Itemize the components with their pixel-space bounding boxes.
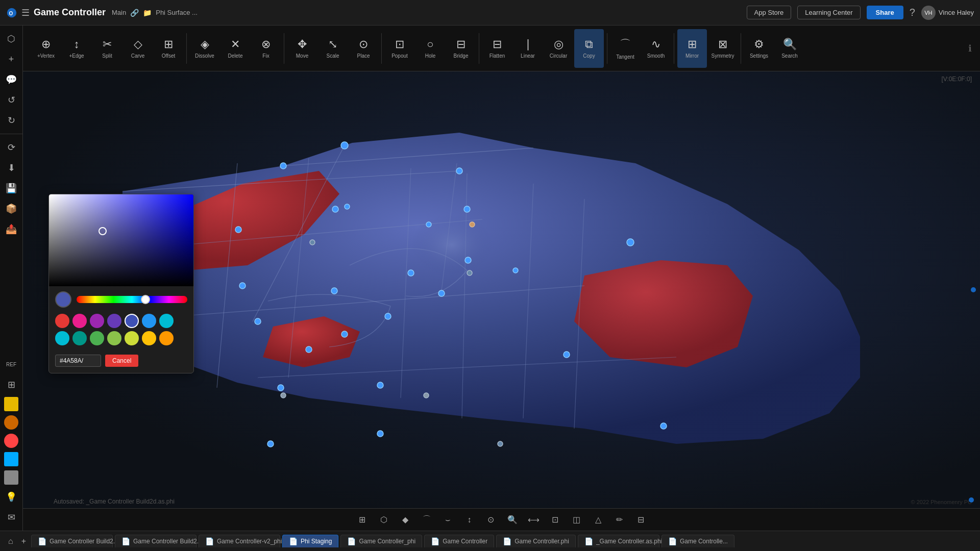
bottom-tool-pan[interactable]: ⟷ xyxy=(524,511,544,529)
sidebar-add-button[interactable]: + xyxy=(2,50,20,68)
tool-scale[interactable]: ⤡ Scale xyxy=(318,29,348,68)
bottom-tool-zoom[interactable]: 🔍 xyxy=(503,511,522,529)
tool-bridge[interactable]: ⊟ Bridge xyxy=(446,29,476,68)
sidebar-color-gray[interactable] xyxy=(4,470,18,485)
main-canvas[interactable]: [V:0E:0F:0] Autosaved: _Game Controller … xyxy=(23,71,980,531)
swatch-green[interactable] xyxy=(90,331,104,345)
swatch-purple[interactable] xyxy=(90,314,104,328)
cancel-color-button[interactable]: Cancel xyxy=(105,355,138,367)
tool-split[interactable]: ✂ Split xyxy=(92,29,122,68)
swatch-deep-purple[interactable] xyxy=(107,314,121,328)
tool-flatten[interactable]: ⊟ Flatten xyxy=(482,29,512,68)
bottom-tool-center[interactable]: ⊙ xyxy=(481,511,501,529)
swatch-orange[interactable] xyxy=(159,331,174,345)
tool-copy[interactable]: ⧉ Copy xyxy=(574,29,604,68)
bottom-tool-edit[interactable]: ✏ xyxy=(610,511,629,529)
tool-smooth[interactable]: ∿ Smooth xyxy=(641,29,671,68)
hue-thumb[interactable] xyxy=(141,295,150,304)
swatch-cyan[interactable] xyxy=(159,314,174,328)
hex-input[interactable]: #4A58A/ xyxy=(55,355,101,367)
status-add-tab-button[interactable]: + xyxy=(18,535,29,548)
sidebar-grid-button[interactable]: ⊞ xyxy=(2,375,20,394)
link-icon[interactable]: 🔗 xyxy=(130,9,139,17)
tool-tangent[interactable]: ⌒ Tangent xyxy=(610,29,640,68)
tool-move[interactable]: ✥ Move xyxy=(287,29,317,68)
swatch-blue[interactable] xyxy=(142,314,156,328)
swatch-teal[interactable] xyxy=(72,331,87,345)
tool-circular[interactable]: ◎ Circular xyxy=(544,29,573,68)
sidebar-color-red[interactable] xyxy=(4,434,18,448)
tool-carve[interactable]: ◇ Carve xyxy=(123,29,153,68)
bottom-tool-tangent[interactable]: ⌒ xyxy=(417,511,436,529)
swatch-light-green[interactable] xyxy=(107,331,121,345)
tool-symmetry[interactable]: ⊠ Symmetry xyxy=(708,29,738,68)
tab-phi-staging[interactable]: 📄 Phi Staging xyxy=(282,535,338,547)
swatch-red[interactable] xyxy=(55,314,69,328)
help-button[interactable]: ? xyxy=(910,7,915,18)
info-icon[interactable]: ℹ xyxy=(968,43,972,54)
sidebar-color-blue[interactable] xyxy=(4,452,18,466)
top-navigation: O ☰ Game Controller Main 🔗 📁 Phi Surface… xyxy=(0,0,980,26)
swatch-indigo[interactable] xyxy=(125,314,139,328)
sidebar-refresh-button[interactable]: ↻ xyxy=(2,111,20,130)
bottom-tool-frame[interactable]: ⊡ xyxy=(546,511,565,529)
sidebar-color-orange[interactable] xyxy=(4,415,18,430)
swatch-cyan2[interactable] xyxy=(55,331,69,345)
share-button[interactable]: Share xyxy=(867,6,903,19)
swatch-amber[interactable] xyxy=(142,331,156,345)
tab-game-controller-build2-2[interactable]: 📄 Game Controller Build2... xyxy=(115,535,197,547)
tool-hole[interactable]: ○ Hole xyxy=(415,29,445,68)
tool-offset[interactable]: ⊞ Offset xyxy=(154,29,183,68)
status-home-button[interactable]: ⌂ xyxy=(5,535,16,548)
tab-game-controller-phi[interactable]: 📄 Game Controller_phi xyxy=(340,535,422,547)
tab-game-controller-last[interactable]: 📄 Game Controlle... xyxy=(662,535,734,547)
left-sidebar: ⬡ + 💬 ↺ ↻ ⟳ ⬇ 💾 📦 📤 REF ⊞ 💡 ✉ xyxy=(0,26,23,531)
tab-game-controller-v2[interactable]: 📄 Game Controller-v2_phi xyxy=(199,535,280,547)
sidebar-comment-button[interactable]: 💬 xyxy=(2,70,20,89)
sidebar-save-button[interactable]: 💾 xyxy=(2,179,20,197)
sidebar-upload-button[interactable]: 📤 xyxy=(2,220,20,238)
bottom-tool-axis[interactable]: ↕ xyxy=(460,511,479,529)
bottom-tool-grid[interactable]: ⊟ xyxy=(631,511,651,529)
sidebar-history-button[interactable]: ↺ xyxy=(2,91,20,109)
tool-place[interactable]: ⊙ Place xyxy=(349,29,378,68)
hamburger-menu-icon[interactable]: ☰ xyxy=(21,7,30,18)
tool-search[interactable]: 🔍 Search xyxy=(775,29,804,68)
tool-linear[interactable]: ∣ Linear xyxy=(513,29,543,68)
tool-settings[interactable]: ⚙ Settings xyxy=(744,29,774,68)
sidebar-view-toggle[interactable]: ⬡ xyxy=(2,30,20,48)
tab-game-controller-as-phi[interactable]: 📄 _Game Controller.as.phi xyxy=(578,535,659,547)
sidebar-ref-button[interactable]: REF xyxy=(2,355,20,373)
tool-mirror[interactable]: ⊞ Mirror xyxy=(677,29,707,68)
breadcrumb[interactable]: Phi Surface ... xyxy=(156,9,198,16)
sidebar-package-button[interactable]: 📦 xyxy=(2,199,20,218)
learning-center-button[interactable]: Learning Center xyxy=(797,6,860,19)
sidebar-bulb-button[interactable]: 💡 xyxy=(2,488,20,506)
color-picker-dot[interactable] xyxy=(99,227,107,235)
tab-game-controller[interactable]: 📄 Game Controller xyxy=(424,535,494,547)
tab-game-controller-build2-1[interactable]: 📄 Game Controller Build2... xyxy=(31,535,113,547)
tool-fix[interactable]: ⊗ Fix xyxy=(251,29,281,68)
sidebar-export-button[interactable]: ⬇ xyxy=(2,159,20,177)
app-store-button[interactable]: App Store xyxy=(747,6,792,19)
sidebar-mail-button[interactable]: ✉ xyxy=(2,508,20,527)
tool-edge[interactable]: ↕ +Edge xyxy=(62,29,91,68)
color-gradient-picker[interactable] xyxy=(49,194,193,286)
bottom-tool-triangle[interactable]: △ xyxy=(589,511,608,529)
bottom-tool-square[interactable]: ◫ xyxy=(567,511,586,529)
user-menu[interactable]: VH Vince Haley xyxy=(921,6,974,20)
tool-popout[interactable]: ⊡ Popout xyxy=(385,29,414,68)
sidebar-color-yellow[interactable] xyxy=(4,397,18,411)
sidebar-sync-button[interactable]: ⟳ xyxy=(2,138,20,157)
hue-slider[interactable] xyxy=(77,296,187,303)
bottom-tool-select-box[interactable]: ⊞ xyxy=(353,511,372,529)
swatch-pink[interactable] xyxy=(72,314,87,328)
tab-game-controller-phi2[interactable]: 📄 Game Controller.phi xyxy=(496,535,576,547)
tool-delete[interactable]: ✕ Delete xyxy=(220,29,250,68)
swatch-lime[interactable] xyxy=(125,331,139,345)
bottom-tool-diamond[interactable]: ◆ xyxy=(396,511,415,529)
tool-vertex[interactable]: ⊕ +Vertex xyxy=(31,29,61,68)
bottom-tool-hex[interactable]: ⬡ xyxy=(374,511,394,529)
tool-dissolve[interactable]: ◈ Dissolve xyxy=(190,29,219,68)
bottom-tool-arc[interactable]: ⌣ xyxy=(438,511,458,529)
